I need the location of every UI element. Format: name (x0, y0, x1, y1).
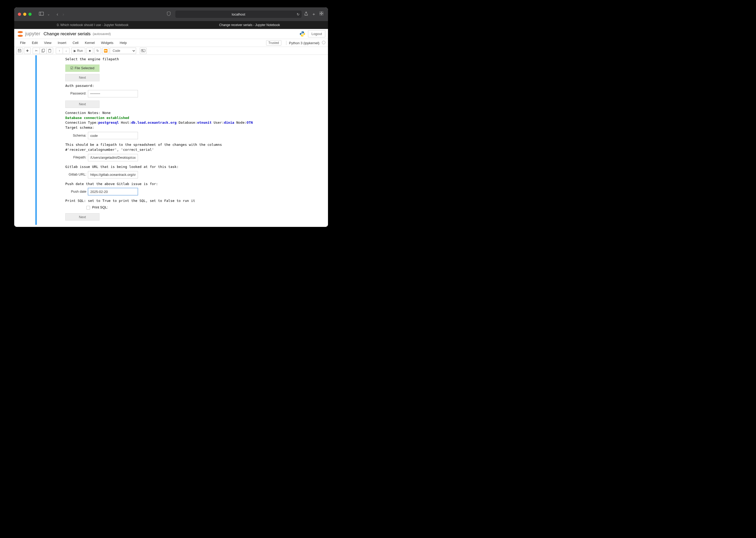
cell-selection-bar[interactable] (35, 55, 37, 225)
svg-rect-11 (49, 49, 50, 50)
autosave-status: (autosaved) (93, 32, 111, 36)
filepath-desc-1: This should be a filepath to the spreads… (65, 142, 317, 147)
window-controls (18, 13, 31, 16)
printsql-field-label: Print SQL: (92, 205, 108, 210)
svg-point-7 (303, 35, 303, 36)
printsql-checkbox[interactable] (86, 206, 90, 209)
gitlab-field-label: Gitlab URL: (65, 172, 86, 177)
kernel-indicator-icon (322, 41, 325, 44)
schema-field-label: Schema: (65, 133, 86, 138)
filepath-desc-2: #'receiver_catalognumber', 'correct_seri… (65, 147, 317, 152)
interrupt-button[interactable]: ■ (86, 48, 93, 54)
sidebar-icon[interactable] (38, 11, 45, 17)
refresh-icon[interactable]: ↻ (297, 12, 299, 16)
run-button[interactable]: ▶ Run (71, 48, 85, 54)
pushdate-input[interactable] (88, 188, 138, 195)
logout-button[interactable]: Logout (308, 30, 325, 37)
svg-rect-5 (322, 14, 323, 15)
file-selected-button[interactable]: ☑ File Selected (65, 65, 99, 72)
shield-icon[interactable] (166, 11, 172, 17)
titlebar-right: ＋ (304, 12, 324, 17)
pushdate-desc: Push date that the above Gitlab issue is… (65, 182, 317, 187)
cell: Select the engine filepath ☑ File Select… (14, 55, 328, 225)
next-button-1[interactable]: Next (65, 74, 99, 81)
close-window-button[interactable] (18, 13, 21, 16)
cell-output: Select the engine filepath ☑ File Select… (39, 55, 328, 225)
password-field-label: Password: (65, 91, 86, 96)
pushdate-field-label: Push date (65, 189, 86, 194)
cut-button[interactable]: ✂ (33, 48, 39, 54)
notebook-area: Select the engine filepath ☑ File Select… (14, 55, 328, 227)
save-button[interactable] (16, 48, 23, 54)
password-input[interactable] (88, 90, 138, 97)
target-schema-label: Target schema: (65, 125, 317, 130)
tabs-overview-icon[interactable] (320, 12, 323, 17)
svg-rect-0 (39, 12, 44, 16)
menu-view[interactable]: View (41, 41, 54, 45)
nav-buttons: ‹ › (55, 12, 66, 17)
command-palette-button[interactable] (140, 48, 147, 54)
engine-filepath-label: Select the engine filepath (65, 57, 317, 62)
svg-rect-18 (142, 51, 144, 52)
menu-help[interactable]: Help (117, 41, 130, 45)
back-button[interactable]: ‹ (55, 12, 60, 17)
connection-notes: Connection Notes: None (65, 111, 317, 116)
url-text: localhost (232, 12, 245, 16)
restart-button[interactable]: ↻ (94, 48, 101, 54)
svg-rect-3 (322, 12, 323, 13)
insert-cell-button[interactable]: ✚ (24, 48, 31, 54)
menu-file[interactable]: File (17, 41, 29, 45)
filepath-input[interactable] (88, 154, 138, 161)
jupyter-logo-icon (17, 30, 24, 37)
share-icon[interactable] (304, 12, 308, 17)
move-up-button[interactable]: ↑ (56, 48, 63, 54)
svg-point-6 (302, 31, 302, 32)
menu-cell[interactable]: Cell (70, 41, 81, 45)
python-logo-icon (299, 31, 305, 37)
gitlab-desc: Gitlab issue URL that is being looked at… (65, 165, 317, 170)
menubar: File Edit View Insert Cell Kernel Widget… (14, 39, 328, 47)
toolbar: ✚ ✂ ↑ ↓ ▶ Run ■ ↻ ⏩ Code (14, 47, 328, 55)
copy-button[interactable] (39, 48, 46, 54)
chevron-down-icon[interactable]: ⌄ (46, 12, 51, 17)
browser-tab-0[interactable]: 0. Which notebook should I use - Jupyter… (14, 21, 171, 29)
trusted-badge[interactable]: Trusted (266, 40, 281, 45)
browser-window: ⌄ ‹ › localhost ↻ ＋ 0. Which notebook sh… (14, 7, 328, 227)
menu-insert[interactable]: Insert (54, 41, 70, 45)
restart-run-all-button[interactable]: ⏩ (102, 48, 109, 54)
next-button-2[interactable]: Next (65, 101, 99, 108)
next-button-3[interactable]: Next (65, 213, 99, 221)
svg-rect-2 (320, 12, 321, 13)
jupyter-logo[interactable]: jupyter (17, 30, 40, 37)
svg-rect-13 (141, 50, 142, 50)
menu-kernel[interactable]: Kernel (81, 41, 98, 45)
paste-button[interactable] (46, 48, 53, 54)
move-down-button[interactable]: ↓ (63, 48, 70, 54)
menu-edit[interactable]: Edit (29, 41, 41, 45)
browser-tab-1[interactable]: Change receiver serials - Jupyter Notebo… (171, 21, 328, 29)
sidebar-toggle-group: ⌄ (38, 11, 51, 17)
browser-tabbar: 0. Which notebook should I use - Jupyter… (14, 21, 328, 29)
connection-established: Database connection established (65, 116, 317, 121)
svg-rect-15 (143, 50, 143, 50)
maximize-window-button[interactable] (28, 13, 31, 16)
gitlab-url-input[interactable] (88, 171, 138, 179)
svg-rect-4 (320, 14, 321, 15)
filepath-field-label: Filepath: (65, 155, 86, 160)
notebook-title[interactable]: Change receiver serials (44, 31, 91, 36)
new-tab-icon[interactable]: ＋ (312, 12, 316, 17)
minimize-window-button[interactable] (23, 13, 26, 16)
svg-rect-17 (142, 50, 143, 51)
url-bar[interactable]: localhost ↻ (175, 11, 302, 18)
schema-input[interactable] (88, 132, 138, 139)
svg-rect-9 (42, 49, 44, 52)
connection-details: Connection Type:postgresql Host:db.load.… (65, 120, 317, 125)
menu-widgets[interactable]: Widgets (98, 41, 117, 45)
svg-rect-16 (142, 50, 142, 51)
printsql-desc: Print SQL: set to True to print the SQL,… (65, 198, 317, 203)
jupyter-header: jupyter Change receiver serials (autosav… (14, 29, 328, 39)
auth-password-label: Auth password: (65, 83, 317, 88)
kernel-name[interactable]: Python 3 (ipykernel) (286, 41, 325, 45)
celltype-select[interactable]: Code (110, 48, 136, 54)
forward-button[interactable]: › (61, 12, 66, 17)
